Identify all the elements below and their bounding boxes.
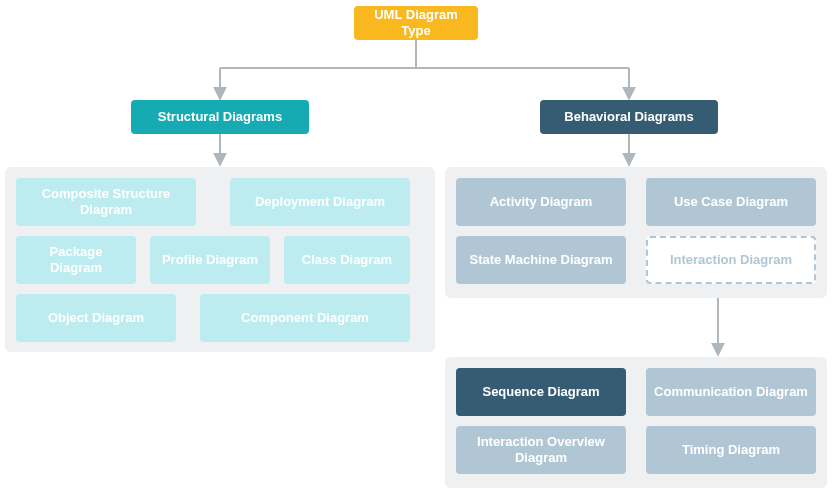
node-label: Communication Diagram bbox=[654, 384, 808, 400]
root-label: UML Diagram Type bbox=[360, 7, 472, 40]
node-label: Interaction Diagram bbox=[670, 252, 792, 268]
profile-node: Profile Diagram bbox=[150, 236, 270, 284]
deployment-node: Deployment Diagram bbox=[230, 178, 410, 226]
structural-label: Structural Diagrams bbox=[158, 109, 282, 125]
node-label: Profile Diagram bbox=[162, 252, 258, 268]
node-label: Interaction Overview Diagram bbox=[462, 434, 620, 467]
node-label: Sequence Diagram bbox=[482, 384, 599, 400]
node-label: Package Diagram bbox=[22, 244, 130, 277]
class-node: Class Diagram bbox=[284, 236, 410, 284]
root-node: UML Diagram Type bbox=[354, 6, 478, 40]
component-node: Component Diagram bbox=[200, 294, 410, 342]
node-label: Activity Diagram bbox=[490, 194, 593, 210]
package-node: Package Diagram bbox=[16, 236, 136, 284]
timing-node: Timing Diagram bbox=[646, 426, 816, 474]
node-label: Deployment Diagram bbox=[255, 194, 385, 210]
node-label: Timing Diagram bbox=[682, 442, 780, 458]
sequence-node: Sequence Diagram bbox=[456, 368, 626, 416]
node-label: Composite Structure Diagram bbox=[22, 186, 190, 219]
object-node: Object Diagram bbox=[16, 294, 176, 342]
node-label: Use Case Diagram bbox=[674, 194, 788, 210]
node-label: State Machine Diagram bbox=[469, 252, 612, 268]
interaction-overview-node: Interaction Overview Diagram bbox=[456, 426, 626, 474]
statemachine-node: State Machine Diagram bbox=[456, 236, 626, 284]
interaction-node: Interaction Diagram bbox=[646, 236, 816, 284]
activity-node: Activity Diagram bbox=[456, 178, 626, 226]
node-label: Component Diagram bbox=[241, 310, 369, 326]
node-label: Object Diagram bbox=[48, 310, 144, 326]
node-label: Class Diagram bbox=[302, 252, 392, 268]
usecase-node: Use Case Diagram bbox=[646, 178, 816, 226]
composite-structure-node: Composite Structure Diagram bbox=[16, 178, 196, 226]
communication-node: Communication Diagram bbox=[646, 368, 816, 416]
behavioral-label: Behavioral Diagrams bbox=[564, 109, 693, 125]
structural-category: Structural Diagrams bbox=[131, 100, 309, 134]
behavioral-category: Behavioral Diagrams bbox=[540, 100, 718, 134]
